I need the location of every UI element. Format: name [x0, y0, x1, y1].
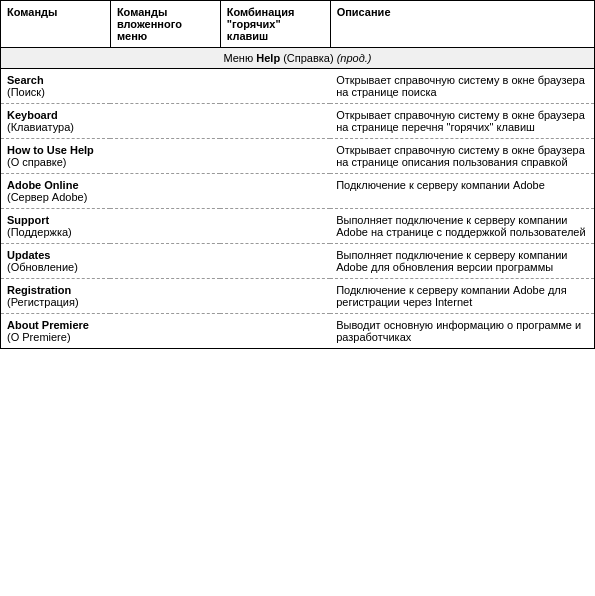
cell-command: About Premiere(О Premiere): [1, 314, 111, 349]
cell-description: Выводит основную информацию о программе …: [330, 314, 594, 349]
cell-description: Открывает справочную систему в окне брау…: [330, 104, 594, 139]
command-name: How to Use Help: [7, 144, 94, 156]
cell-command: Adobe Online(Сервер Adobe): [1, 174, 111, 209]
table-row: Keyboard(Клавиатура)Открывает справочную…: [1, 104, 595, 139]
cell-submenu: [110, 314, 220, 349]
cell-hotkey: [220, 69, 330, 104]
cell-command: Search(Поиск): [1, 69, 111, 104]
command-name: Registration: [7, 284, 71, 296]
cell-description: Выполняет подключение к серверу компании…: [330, 244, 594, 279]
cell-submenu: [110, 69, 220, 104]
cell-description: Открывает справочную систему в окне брау…: [330, 69, 594, 104]
command-name: Search: [7, 74, 44, 86]
cell-submenu: [110, 279, 220, 314]
section-italic: (прод.): [337, 52, 372, 64]
cell-description: Открывает справочную систему в окне брау…: [330, 139, 594, 174]
cell-submenu: [110, 174, 220, 209]
header-row: Команды Команды вложенного меню Комбинац…: [1, 1, 595, 48]
cell-hotkey: [220, 174, 330, 209]
cell-description: Подключение к серверу компании Adobe для…: [330, 279, 594, 314]
cell-hotkey: [220, 139, 330, 174]
cell-command: Registration(Регистрация): [1, 279, 111, 314]
section-header-cell: Меню Help (Справка) (прод.): [1, 48, 595, 69]
command-name: Keyboard: [7, 109, 58, 121]
command-alt-name: (Обновление): [7, 261, 78, 273]
table-row: Updates(Обновление)Выполняет подключение…: [1, 244, 595, 279]
command-name: About Premiere: [7, 319, 89, 331]
cell-hotkey: [220, 244, 330, 279]
cell-command: Updates(Обновление): [1, 244, 111, 279]
cell-hotkey: [220, 104, 330, 139]
section-menu-name: Help: [256, 52, 280, 64]
cell-command: Support(Поддержка): [1, 209, 111, 244]
table-row: Search(Поиск)Открывает справочную систем…: [1, 69, 595, 104]
cell-description: Подключение к серверу компании Adobe: [330, 174, 594, 209]
section-header-row: Меню Help (Справка) (прод.): [1, 48, 595, 69]
cell-command: Keyboard(Клавиатура): [1, 104, 111, 139]
cell-hotkey: [220, 279, 330, 314]
cell-description: Выполняет подключение к серверу компании…: [330, 209, 594, 244]
command-alt-name: (О Premiere): [7, 331, 71, 343]
cell-submenu: [110, 104, 220, 139]
header-col-submenu: Команды вложенного меню: [110, 1, 220, 48]
command-name: Updates: [7, 249, 50, 261]
header-col-desc: Описание: [330, 1, 594, 48]
section-prefix: Меню: [223, 52, 256, 64]
cell-submenu: [110, 209, 220, 244]
command-alt-name: (Клавиатура): [7, 121, 74, 133]
command-alt-name: (Регистрация): [7, 296, 79, 308]
command-name: Adobe Online: [7, 179, 79, 191]
table-row: Registration(Регистрация)Подключение к с…: [1, 279, 595, 314]
command-name: Support: [7, 214, 49, 226]
cell-hotkey: [220, 314, 330, 349]
table-row: Support(Поддержка)Выполняет подключение …: [1, 209, 595, 244]
table-row: About Premiere(О Premiere)Выводит основн…: [1, 314, 595, 349]
cell-submenu: [110, 244, 220, 279]
section-middle: (Справка): [280, 52, 337, 64]
header-col-commands: Команды: [1, 1, 111, 48]
main-table: Команды Команды вложенного меню Комбинац…: [0, 0, 595, 349]
cell-command: How to Use Help(О справке): [1, 139, 111, 174]
cell-submenu: [110, 139, 220, 174]
cell-hotkey: [220, 209, 330, 244]
table-row: How to Use Help(О справке)Открывает спра…: [1, 139, 595, 174]
command-alt-name: (Поиск): [7, 86, 45, 98]
command-alt-name: (О справке): [7, 156, 67, 168]
command-alt-name: (Поддержка): [7, 226, 72, 238]
header-col-hotkey: Комбинация "горячих" клавиш: [220, 1, 330, 48]
table-row: Adobe Online(Сервер Adobe)Подключение к …: [1, 174, 595, 209]
command-alt-name: (Сервер Adobe): [7, 191, 87, 203]
